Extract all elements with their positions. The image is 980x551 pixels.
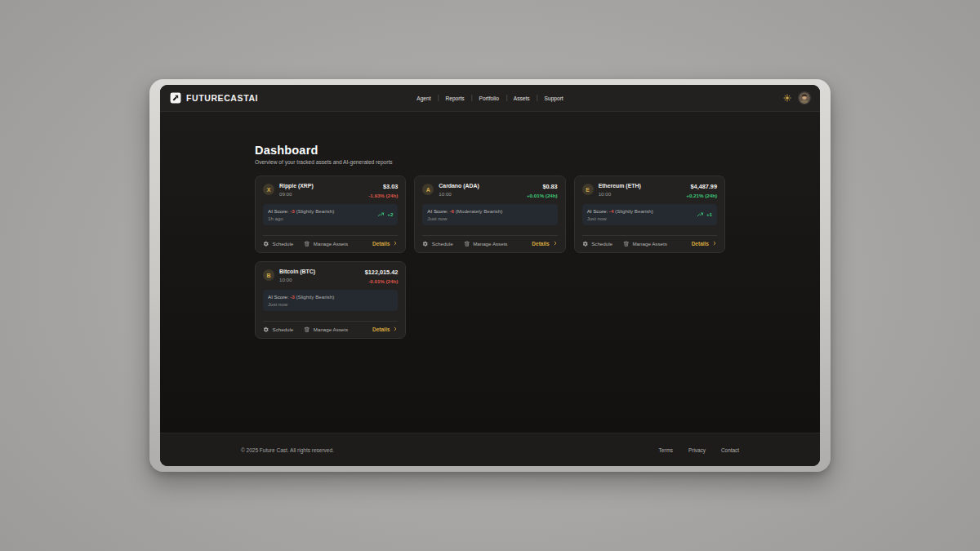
- main-content: Dashboard Overview of your tracked asset…: [160, 112, 820, 433]
- coin-name: Ethereum (ETH): [599, 183, 641, 189]
- schedule-label: Schedule: [273, 327, 294, 332]
- ai-score-box: AI Score: -6 (Moderately Bearish) Just n…: [422, 204, 557, 226]
- nav-item-agent[interactable]: Agent: [409, 93, 438, 104]
- ai-score-box: AI Score: -3 (Slightly Bearish) 1h ago +…: [263, 204, 398, 226]
- trending-up-icon: [377, 211, 385, 218]
- ai-score-value: -4: [609, 208, 614, 214]
- coin-initial-badge: X: [263, 184, 274, 195]
- nav-item-reports[interactable]: Reports: [439, 93, 472, 104]
- coin-time: 10:00: [439, 191, 479, 197]
- price-change: -1.93% (24h): [368, 193, 398, 198]
- gear-icon: [263, 241, 270, 247]
- manage-assets-button[interactable]: Manage Assets: [304, 327, 348, 333]
- price-change: -0.01% (24h): [365, 278, 399, 284]
- ai-score-line: AI Score: -6 (Moderately Bearish): [427, 208, 502, 214]
- price-change: +0.21% (24h): [686, 193, 717, 198]
- card-actions: Schedule Manage Assets Details: [263, 235, 398, 247]
- ai-score-value: -6: [450, 208, 455, 214]
- ai-score-line: AI Score: -4 (Slightly Bearish): [587, 208, 653, 214]
- asset-card: B Bitcoin (BTC) 10:00 $122,015.42 -0.01%…: [255, 261, 406, 339]
- manage-assets-button[interactable]: Manage Assets: [464, 241, 508, 247]
- ai-score-label: (Slightly Bearish): [296, 294, 334, 300]
- trend-value: +2: [387, 211, 393, 217]
- chevron-right-icon: [393, 327, 398, 331]
- brand-name: FUTURECASTAI: [186, 93, 258, 103]
- main-nav: Agent Reports Portfolio Assets Support: [409, 85, 570, 111]
- trash-icon: [623, 241, 630, 247]
- asset-card: E Ethereum (ETH) 10:00 $4,487.99 +0.21% …: [574, 176, 725, 253]
- coin-price: $0.83: [527, 183, 558, 190]
- app-screen: FUTURECASTAI Agent Reports Portfolio Ass…: [160, 85, 820, 466]
- trending-up-icon: [697, 211, 704, 218]
- trash-icon: [464, 241, 470, 247]
- details-button[interactable]: Details: [372, 327, 398, 332]
- schedule-label: Schedule: [591, 241, 612, 247]
- details-button[interactable]: Details: [532, 241, 557, 247]
- manage-assets-button[interactable]: Manage Assets: [623, 241, 667, 247]
- coin-price: $3.03: [368, 183, 398, 190]
- ai-score-line: AI Score: -3 (Slightly Bearish): [268, 294, 334, 300]
- coin-time: 10:00: [599, 191, 641, 197]
- schedule-button[interactable]: Schedule: [263, 327, 293, 333]
- details-button[interactable]: Details: [372, 241, 398, 247]
- device-frame: FUTURECASTAI Agent Reports Portfolio Ass…: [149, 79, 831, 472]
- manage-assets-label: Manage Assets: [314, 327, 348, 332]
- details-label: Details: [692, 241, 709, 247]
- cards-grid: X Ripple (XRP) 09:00 $3.03 -1.93% (24h) …: [255, 176, 725, 339]
- ai-score-time: 1h ago: [268, 216, 334, 221]
- manage-assets-label: Manage Assets: [473, 241, 507, 247]
- coin-time: 10:00: [279, 277, 315, 282]
- details-label: Details: [372, 241, 390, 247]
- card-actions: Schedule Manage Assets Details: [263, 321, 398, 333]
- brand-logo-icon: [170, 92, 181, 104]
- card-header: A Cardano (ADA) 10:00 $0.83 +0.01% (24h): [422, 183, 557, 198]
- ai-score-box: AI Score: -4 (Slightly Bearish) Just now…: [582, 204, 717, 226]
- ai-score-label: (Moderately Bearish): [456, 208, 502, 214]
- ai-score-value: -3: [290, 208, 295, 214]
- footer-links: Terms Privacy Contact: [659, 447, 739, 453]
- ai-score-prefix: AI Score:: [268, 208, 288, 214]
- coin-name: Bitcoin (BTC): [279, 269, 315, 274]
- schedule-button[interactable]: Schedule: [422, 241, 452, 247]
- trend-value: +1: [706, 211, 712, 217]
- asset-card: X Ripple (XRP) 09:00 $3.03 -1.93% (24h) …: [255, 176, 406, 253]
- manage-assets-button[interactable]: Manage Assets: [304, 241, 348, 247]
- page-title: Dashboard: [255, 144, 725, 157]
- nav-item-support[interactable]: Support: [537, 93, 571, 104]
- coin-initial-badge: A: [422, 184, 434, 195]
- nav-item-portfolio[interactable]: Portfolio: [472, 93, 506, 104]
- details-button[interactable]: Details: [692, 241, 717, 247]
- app-footer: © 2025 Future Cast. All rights reserved.…: [160, 433, 820, 466]
- app-header: FUTURECASTAI Agent Reports Portfolio Ass…: [160, 85, 820, 112]
- brand[interactable]: FUTURECASTAI: [170, 92, 258, 104]
- schedule-button[interactable]: Schedule: [263, 241, 293, 247]
- schedule-button[interactable]: Schedule: [582, 241, 612, 247]
- sun-icon[interactable]: [783, 94, 791, 102]
- manage-assets-label: Manage Assets: [632, 241, 666, 247]
- card-actions: Schedule Manage Assets Details: [582, 235, 717, 247]
- ai-score-label: (Slightly Bearish): [615, 208, 653, 214]
- page-subtitle: Overview of your tracked assets and AI-g…: [255, 159, 725, 165]
- footer-link-privacy[interactable]: Privacy: [688, 447, 706, 453]
- ai-score-line: AI Score: -3 (Slightly Bearish): [268, 208, 334, 214]
- card-header: B Bitcoin (BTC) 10:00 $122,015.42 -0.01%…: [263, 269, 398, 284]
- user-avatar[interactable]: [799, 92, 810, 104]
- ai-score-time: Just now: [587, 216, 653, 221]
- card-header: X Ripple (XRP) 09:00 $3.03 -1.93% (24h): [263, 183, 398, 198]
- ai-score-prefix: AI Score:: [587, 208, 608, 214]
- gear-icon: [422, 241, 429, 247]
- ai-score-prefix: AI Score:: [268, 294, 288, 300]
- coin-time: 09:00: [279, 191, 314, 197]
- ai-score-box: AI Score: -3 (Slightly Bearish) Just now: [263, 290, 398, 312]
- nav-item-assets[interactable]: Assets: [506, 93, 537, 104]
- coin-name: Ripple (XRP): [279, 183, 314, 189]
- footer-link-contact[interactable]: Contact: [721, 447, 739, 453]
- footer-link-terms[interactable]: Terms: [659, 447, 673, 453]
- schedule-label: Schedule: [273, 241, 294, 247]
- ai-score-prefix: AI Score:: [427, 208, 448, 214]
- gear-icon: [582, 241, 589, 247]
- chevron-right-icon: [553, 241, 558, 246]
- chevron-right-icon: [712, 241, 717, 246]
- card-header: E Ethereum (ETH) 10:00 $4,487.99 +0.21% …: [582, 183, 717, 198]
- coin-price: $4,487.99: [686, 183, 717, 190]
